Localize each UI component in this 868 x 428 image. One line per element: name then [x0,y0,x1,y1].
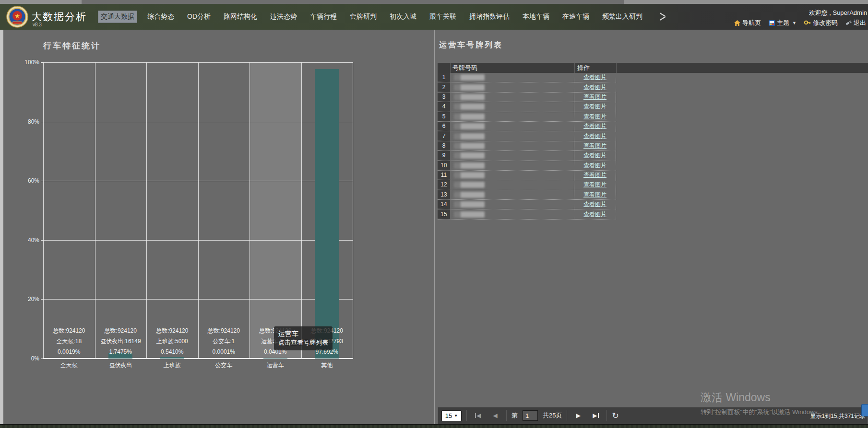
nav-item[interactable]: 跟车关联 [427,11,459,23]
row-number: 3 [438,93,450,102]
view-image-link[interactable]: 查看图片 [583,181,606,189]
nav-more-chevron-icon[interactable]: > [660,8,666,25]
first-page-button[interactable]: ◀ [472,410,484,421]
plate-number-cell [450,200,574,209]
logout-label: 退出 [854,19,866,27]
plate-table-body: 1查看图片2查看图片3查看图片4查看图片5查看图片6查看图片7查看图片8查看图片… [438,73,616,220]
chart-plot: 100%80%60%40%20%0%总数:924120全天候:180.0019%… [43,62,353,359]
top-strip-dark-segment [82,0,624,4]
theme-label: 主题 [777,19,789,27]
table-row: 3查看图片 [438,93,616,102]
edge-widget-button[interactable] [861,404,868,416]
tooltip-hint: 点击查看号牌列表 [278,338,328,347]
home-icon [734,20,740,26]
windows-activation-watermark-line2: 转到"控制面板"中的"系统"以激活 Windows。 [701,408,824,416]
police-badge-logo: ★ [6,6,28,28]
logout-icon [845,20,852,26]
nav-item[interactable]: 初次入城 [387,11,419,23]
redacted-plate-number [454,162,485,169]
nav-item[interactable]: 在途车辆 [560,11,592,23]
nav-item[interactable]: 交通大数据 [98,11,137,23]
nav-item[interactable]: 拥堵指数评估 [467,11,512,23]
bar-上班族[interactable] [160,357,184,359]
bar-count-label: 公交车:1 [198,336,250,347]
y-tick-label: 60% [16,177,39,184]
view-image-link[interactable]: 查看图片 [583,93,606,101]
tooltip-title: 运营车 [278,329,328,338]
bar-percent-label: 0.0019% [43,347,95,357]
nav-item[interactable]: 车辆行程 [308,11,339,23]
refresh-button[interactable]: ↻ [612,411,618,421]
view-image-link[interactable]: 查看图片 [583,210,606,219]
page-prefix-label: 第 [511,411,518,420]
pager-separator [466,410,467,421]
view-image-link[interactable]: 查看图片 [583,200,606,208]
redacted-plate-number [454,104,485,110]
last-page-button[interactable]: ▶ [589,410,602,421]
y-tick-label: 100% [16,59,39,66]
page-number-input[interactable] [523,410,538,421]
nav-item[interactable]: 套牌研判 [347,11,379,23]
plate-number-cell [450,161,574,170]
redacted-plate-number [454,211,485,218]
action-cell: 查看图片 [574,122,616,131]
plate-number-cell [450,131,574,140]
column-header-action: 操作 [577,64,590,72]
nav-item[interactable]: 本地车辆 [520,11,552,23]
view-image-link[interactable]: 查看图片 [583,103,606,111]
previous-page-button[interactable]: ◀ [489,410,501,421]
change-password-label: 修改密码 [813,19,838,27]
welcome-text: 欢迎您 , SuperAdmin [809,9,867,17]
nav-item[interactable]: 综合势态 [145,11,177,23]
row-number: 12 [438,180,450,189]
table-row: 5查看图片 [438,112,616,122]
table-row: 13查看图片 [438,190,616,200]
nav-page-label: 导航页 [742,19,761,27]
action-cell: 查看图片 [574,180,616,189]
change-password-link[interactable]: 修改密码 [804,19,838,27]
bar-label-stack: 总数:924120昼伏夜出:161491.7475% [95,325,147,357]
view-image-link[interactable]: 查看图片 [583,171,606,179]
quick-links: 导航页 主题 ▼ 修改密码 [734,19,866,27]
view-image-link[interactable]: 查看图片 [583,191,606,199]
y-tick-mark [41,359,43,359]
next-page-button[interactable]: ▶ [572,410,584,421]
view-image-link[interactable]: 查看图片 [583,73,606,81]
logout-link[interactable]: 退出 [845,19,866,27]
view-image-link[interactable]: 查看图片 [583,122,606,130]
plate-number-cell [450,141,574,150]
select-caret-icon: ▼ [454,414,458,418]
x-category-label: 运营车 [250,361,301,370]
nav-page-link[interactable]: 导航页 [734,19,761,27]
v-gridline [146,62,147,359]
bar-其他[interactable] [315,69,339,359]
navbar: ★ 大数据分析 v8.3 交通大数据综合势态OD分析路网结构化违法态势车辆行程套… [0,4,868,30]
plate-number-cell [450,112,574,121]
chart-title: 行车特征统计 [43,40,101,51]
bar-total-label: 总数:924120 [43,325,95,336]
view-image-link[interactable]: 查看图片 [583,142,606,150]
bar-label-stack: 总数:924120公交车:10.0001% [198,325,250,357]
bar-count-label: 全天候:18 [43,336,95,347]
x-category-label: 昼伏夜出 [95,361,147,370]
view-image-link[interactable]: 查看图片 [583,132,606,140]
nav-item[interactable]: 违法态势 [268,11,299,23]
chart-tooltip: 运营车 点击查看号牌列表 [274,326,333,350]
header-separator [450,63,451,73]
action-cell: 查看图片 [574,82,616,92]
header-separator [616,63,617,73]
table-row: 12查看图片 [438,180,616,190]
view-image-link[interactable]: 查看图片 [583,151,606,160]
page-size-select[interactable]: 15 ▼ [441,410,462,421]
action-cell: 查看图片 [574,112,616,121]
theme-link[interactable]: 主题 ▼ [769,19,797,27]
y-tick-label: 40% [16,237,39,243]
nav-item[interactable]: 路网结构化 [221,11,260,23]
view-image-link[interactable]: 查看图片 [583,113,606,121]
view-image-link[interactable]: 查看图片 [583,162,606,170]
plate-number-cell [450,190,574,199]
nav-item[interactable]: 频繁出入研判 [600,11,645,23]
table-row: 2查看图片 [438,82,616,92]
view-image-link[interactable]: 查看图片 [583,83,606,92]
nav-item[interactable]: OD分析 [185,11,213,23]
